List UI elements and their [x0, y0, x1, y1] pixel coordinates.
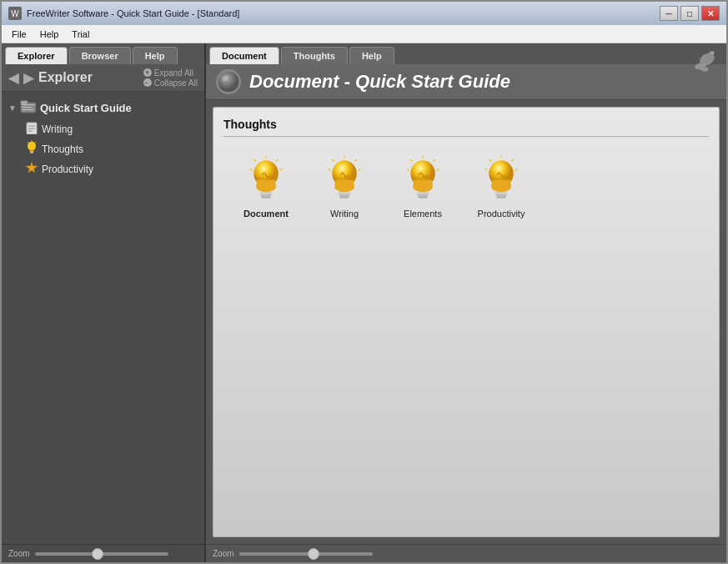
expand-all-btn[interactable]: + Expand All [143, 68, 198, 78]
right-panel: Document Thoughts Help [206, 43, 726, 562]
maximize-button[interactable]: □ [680, 6, 699, 21]
bird-logo [690, 45, 721, 77]
svg-rect-37 [338, 192, 350, 194]
svg-rect-19 [30, 149, 34, 152]
tab-browser[interactable]: Browser [69, 47, 131, 64]
svg-line-59 [511, 159, 514, 161]
thought-item-document[interactable]: Document [237, 154, 295, 219]
right-zoom-track[interactable] [239, 552, 373, 556]
tree-item-productivity[interactable]: Productivity [22, 159, 201, 179]
thoughts-icon [25, 140, 38, 158]
svg-rect-47 [417, 194, 428, 197]
right-zoom-label: Zoom [213, 549, 234, 558]
svg-line-35 [249, 169, 252, 170]
svg-rect-12 [22, 107, 32, 108]
tab-thoughts[interactable]: Thoughts [281, 47, 348, 64]
doc-title: Document - Quick Start Guide [249, 71, 510, 93]
menu-bar: File Help Trial [2, 25, 726, 43]
explorer-label: Explorer [38, 70, 93, 85]
left-zoom-thumb[interactable] [92, 548, 103, 560]
doc-header: Document - Quick Start Guide [206, 64, 726, 100]
svg-point-2 [711, 52, 715, 55]
title-bar-left: W FreeWriter Software - Quick Start Guid… [8, 7, 239, 20]
writing-label: Writing [42, 123, 73, 135]
svg-marker-24 [26, 162, 38, 173]
productivity-icon [25, 161, 38, 177]
explorer-title: ◀ ▶ Explorer [8, 70, 93, 86]
tab-explorer[interactable]: Explorer [5, 47, 68, 64]
svg-line-34 [279, 169, 282, 170]
tree-arrow: ▼ [8, 103, 17, 113]
left-panel: Explorer Browser Help ◀ ▶ Explorer + Exp… [2, 43, 206, 562]
title-bar: W FreeWriter Software - Quick Start Guid… [2, 2, 726, 25]
expand-collapse-controls: + Expand All - Collapse All [143, 68, 198, 88]
app-window: W FreeWriter Software - Quick Start Guid… [0, 0, 728, 564]
svg-rect-29 [260, 194, 271, 197]
svg-point-18 [28, 142, 36, 151]
root-icon [20, 98, 37, 118]
svg-line-42 [332, 159, 334, 161]
left-zoom-track[interactable] [35, 552, 168, 556]
svg-line-61 [515, 169, 517, 170]
menu-file[interactable]: File [5, 28, 33, 41]
doc-sphere-icon [216, 69, 241, 94]
thoughts-label: Thoughts [42, 144, 83, 155]
svg-line-41 [354, 159, 357, 161]
thought-label-productivity: Productivity [478, 209, 525, 219]
svg-rect-38 [339, 194, 349, 197]
svg-line-53 [406, 169, 409, 170]
thought-item-productivity[interactable]: Productivity [472, 154, 530, 219]
svg-rect-46 [416, 192, 429, 194]
tab-document[interactable]: Document [209, 47, 279, 64]
svg-line-23 [28, 142, 28, 143]
right-zoom-bar: Zoom [206, 544, 726, 562]
left-zoom-label: Zoom [8, 549, 30, 558]
minimize-button[interactable]: ─ [660, 6, 678, 21]
svg-rect-30 [261, 197, 270, 199]
thought-label-document: Document [244, 209, 289, 219]
svg-point-25 [218, 71, 239, 93]
tree-root-item[interactable]: ▼ Quick Start Guide [5, 97, 201, 119]
close-button[interactable]: ✕ [701, 6, 720, 21]
svg-rect-57 [496, 197, 505, 199]
thought-label-elements: Elements [404, 209, 442, 219]
svg-line-62 [484, 169, 487, 170]
window-controls: ─ □ ✕ [660, 6, 720, 21]
svg-rect-28 [259, 192, 272, 194]
window-title: FreeWriter Software - Quick Start Guide … [27, 8, 239, 18]
svg-line-60 [489, 159, 491, 161]
section-title: Thoughts [223, 118, 709, 137]
svg-line-32 [276, 159, 279, 161]
back-icon[interactable]: ◀ [8, 70, 18, 86]
productivity-label: Productivity [42, 164, 93, 175]
svg-rect-10 [21, 101, 28, 104]
menu-trial[interactable]: Trial [65, 28, 96, 41]
tree-area: ▼ Quick Start Guide [2, 92, 204, 544]
svg-line-43 [358, 169, 360, 170]
tab-help-right[interactable]: Help [349, 47, 394, 64]
right-zoom-thumb[interactable] [308, 548, 319, 560]
main-area: Explorer Browser Help ◀ ▶ Explorer + Exp… [2, 43, 726, 562]
svg-line-33 [254, 159, 256, 161]
left-tab-bar: Explorer Browser Help [2, 43, 204, 64]
thought-item-writing[interactable]: Writing [315, 154, 374, 219]
svg-rect-48 [418, 197, 427, 199]
thoughts-icons-row: Document [223, 147, 709, 225]
menu-help[interactable]: Help [33, 28, 66, 41]
svg-rect-55 [495, 192, 507, 194]
svg-text:+: + [145, 68, 149, 77]
svg-rect-20 [30, 152, 33, 154]
doc-content: Thoughts [213, 107, 720, 537]
svg-line-51 [410, 159, 413, 161]
tree-item-writing[interactable]: Writing [22, 119, 201, 138]
forward-icon[interactable]: ▶ [23, 70, 33, 86]
collapse-all-btn[interactable]: - Collapse All [143, 78, 198, 88]
right-tab-bar: Document Thoughts Help [206, 43, 726, 64]
svg-text:-: - [145, 78, 148, 87]
svg-rect-13 [22, 109, 33, 110]
tree-item-thoughts[interactable]: Thoughts [22, 138, 201, 159]
svg-line-52 [436, 169, 439, 170]
tab-help-left[interactable]: Help [133, 47, 178, 64]
thought-item-elements[interactable]: Elements [394, 154, 452, 219]
svg-rect-56 [495, 194, 506, 197]
